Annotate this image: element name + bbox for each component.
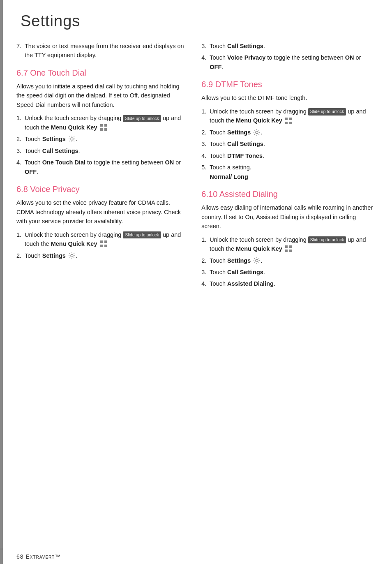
step-67-1-text-before: Unlock the touch screen by dragging [25, 115, 123, 121]
step-num-68-1: 1. [16, 230, 21, 239]
section-67-description: Allows you to initiate a speed dial call… [16, 82, 185, 109]
step-num-610-1: 1. [201, 235, 206, 244]
slide-badge-68-1: Slide up to unlock [123, 231, 161, 239]
step-610-1: 1. Unlock the touch screen by dragging S… [201, 235, 376, 254]
left-border-accent [0, 0, 3, 564]
svg-rect-10 [285, 118, 288, 120]
slide-badge-67-1: Slide up to unlock [123, 115, 161, 123]
right-column: 3. Touch Call Settings. 4. Touch Voice P… [197, 42, 376, 291]
off-label-68: OFF [210, 64, 221, 70]
step-67-4-text: Touch One Touch Dial to toggle the setti… [25, 159, 181, 175]
left-column: 7. The voice or text message from the re… [16, 42, 197, 291]
step-69-1-text-before: Unlock the touch screen by dragging [210, 108, 308, 115]
svg-rect-16 [289, 245, 292, 248]
settings-icon-67-2 [68, 135, 76, 143]
step-num-69-4: 4. [201, 151, 206, 160]
menu-quick-key-label-67-1: Menu Quick Key [51, 124, 97, 131]
step-610-2-period: . [261, 257, 262, 264]
section-69-steps: 1. Unlock the touch screen by dragging S… [201, 107, 376, 181]
svg-rect-7 [100, 245, 103, 247]
step-num-69-2: 2. [201, 128, 206, 137]
settings-label-68-2: Settings [42, 252, 66, 259]
step-69-4: 4. Touch DTMF Tones. [201, 151, 376, 160]
svg-point-14 [256, 131, 258, 134]
settings-label-610-2: Settings [227, 257, 251, 264]
footer: 68 Extravert™ [0, 549, 392, 564]
svg-rect-13 [289, 122, 292, 124]
step-68-3-text: Touch Call Settings. [210, 43, 265, 49]
svg-point-4 [71, 138, 73, 140]
step-68-4-text: Touch Voice Privacy to toggle the settin… [210, 54, 361, 70]
step-610-4: 4. Touch Assisted Dialing. [201, 279, 376, 288]
svg-rect-6 [104, 240, 107, 243]
assisted-dialing-label: Assisted Dialing [227, 280, 274, 287]
step-num-610-4: 4. [201, 279, 206, 288]
svg-rect-12 [285, 122, 288, 124]
svg-rect-5 [100, 240, 103, 243]
section-68-steps-left: 1. Unlock the touch screen by dragging S… [16, 230, 185, 260]
one-touch-dial-label: One Touch Dial [42, 159, 85, 166]
step-610-1-text-before: Unlock the touch screen by dragging [210, 236, 308, 243]
footer-text: 68 Extravert™ [16, 553, 61, 560]
step-68-4: 4. Touch Voice Privacy to toggle the set… [201, 53, 376, 72]
section-610-steps: 1. Unlock the touch screen by dragging S… [201, 235, 376, 289]
voice-privacy-label: Voice Privacy [227, 54, 265, 61]
step-67-3: 3. Touch Call Settings. [16, 146, 185, 155]
step-68-2: 2. Touch Settings . [16, 251, 185, 260]
off-label-67: OFF [25, 169, 37, 175]
step-69-2: 2. Touch Settings . [201, 128, 376, 137]
step-68-3: 3. Touch Call Settings. [201, 42, 376, 51]
step-67-1: 1. Unlock the touch screen by dragging S… [16, 113, 185, 132]
call-settings-label-69-3: Call Settings [227, 141, 263, 147]
menu-quick-key-icon-68-1 [100, 240, 107, 247]
settings-label-67-2: Settings [42, 136, 66, 142]
step-69-2-text: Touch Settings [210, 129, 252, 136]
section-610-description: Allows easy dialing of international cal… [201, 203, 376, 231]
step-67-2-text: Touch Settings [25, 136, 67, 142]
section-69-description: Allows you to set the DTMF tone length. [201, 93, 376, 102]
step-num-69-1: 1. [201, 107, 206, 116]
settings-label-69-2: Settings [227, 129, 251, 136]
svg-rect-8 [104, 245, 107, 247]
step-68-1: 1. Unlock the touch screen by dragging S… [16, 230, 185, 249]
step-610-3: 3. Touch Call Settings. [201, 268, 376, 277]
step-num-69-5: 5. [201, 163, 206, 172]
step-num-68-2: 2. [16, 251, 21, 260]
call-settings-label-68-3: Call Settings [227, 43, 263, 49]
svg-rect-11 [289, 118, 292, 120]
step-68-2-period: . [76, 252, 77, 259]
call-settings-label-610-3: Call Settings [227, 269, 263, 275]
section-67-steps: 1. Unlock the touch screen by dragging S… [16, 113, 185, 176]
svg-rect-1 [104, 124, 107, 127]
menu-quick-key-label-610-1: Menu Quick Key [236, 245, 282, 252]
step-num-68-3: 3. [201, 42, 206, 51]
step-610-3-text: Touch Call Settings. [210, 269, 265, 275]
step-69-3-text: Touch Call Settings. [210, 141, 265, 147]
step-number-7: 7. [16, 42, 21, 51]
normal-long-label: Normal/ Long [210, 173, 248, 180]
step-67-2-period: . [76, 136, 77, 142]
step-69-5: 5. Touch a setting.Normal/ Long [201, 163, 376, 181]
settings-icon-69-2 [253, 129, 261, 136]
menu-quick-key-icon-610-1 [285, 245, 292, 252]
section-69-heading: 6.9 DTMF Tones [201, 80, 376, 89]
step-69-4-text: Touch DTMF Tones. [210, 153, 264, 159]
settings-icon-610-2 [253, 257, 261, 264]
step-num-67-2: 2. [16, 134, 21, 143]
section-68-description: Allows you to set the voice privacy feat… [16, 198, 185, 226]
step-68-1-text-before: Unlock the touch screen by dragging [25, 231, 123, 238]
step-67-3-text: Touch Call Settings. [25, 148, 80, 154]
step-67-4: 4. Touch One Touch Dial to toggle the se… [16, 158, 185, 176]
page: Settings 7. The voice or text message fr… [0, 0, 392, 564]
menu-quick-key-icon-69-1 [285, 117, 292, 125]
step-num-610-2: 2. [201, 256, 206, 265]
page-title: Settings [21, 12, 376, 30]
step-610-4-text: Touch Assisted Dialing. [210, 280, 275, 287]
svg-rect-0 [100, 124, 103, 127]
svg-point-19 [256, 259, 258, 262]
step-69-3: 3. Touch Call Settings. [201, 139, 376, 148]
intro-item-7: 7. The voice or text message from the re… [16, 42, 185, 60]
intro-item-7-text: The voice or text message from the recei… [25, 43, 184, 58]
step-69-5-text: Touch a setting.Normal/ Long [210, 164, 251, 180]
step-num-69-3: 3. [201, 139, 206, 148]
